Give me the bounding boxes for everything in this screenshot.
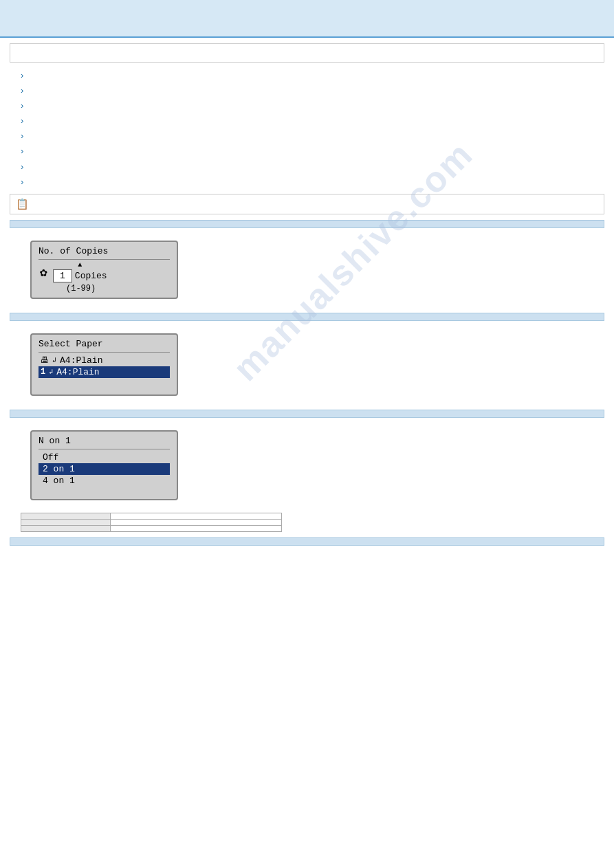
- section4-header: [10, 537, 604, 546]
- paper-num2: 1: [41, 367, 45, 377]
- table-row-3: [21, 525, 282, 531]
- section1-header: [10, 220, 604, 228]
- paper-option2[interactable]: 1 ↲ A4:Plain: [39, 366, 170, 378]
- toc-item-1[interactable]: [21, 68, 600, 83]
- table-row-1: [21, 513, 282, 519]
- toc-item-4[interactable]: [21, 113, 600, 129]
- toc-item-3[interactable]: [21, 98, 600, 113]
- paper-screen: Select Paper 🖶 ↲ A4:Plain 1 ↲ A4:Plain: [30, 333, 178, 396]
- copies-icon: ✿: [40, 265, 47, 280]
- table-cell-3-2: [111, 525, 282, 531]
- toc-item-8[interactable]: [21, 175, 600, 190]
- section1-content: No. of Copies ✿ ▲ 1 Copies (1-99): [10, 232, 604, 307]
- table-cell-1-2: [111, 513, 282, 519]
- toc-item-2[interactable]: [21, 83, 600, 98]
- non1-option-off[interactable]: Off: [39, 452, 170, 463]
- table-cell-2-2: [111, 519, 282, 525]
- paper-screen-title: Select Paper: [39, 339, 170, 349]
- paper-icon1: 🖶: [41, 355, 49, 366]
- paper-tray1-icon: ↲: [52, 356, 56, 364]
- table-cell-3-1: [21, 525, 111, 531]
- top-section-box: [10, 43, 604, 63]
- copies-screen: No. of Copies ✿ ▲ 1 Copies (1-99): [30, 241, 178, 299]
- section2-header: [10, 313, 604, 321]
- paper-option2-label: A4:Plain: [56, 367, 99, 377]
- toc-item-6[interactable]: [21, 144, 600, 159]
- paper-option1[interactable]: 🖶 ↲ A4:Plain: [39, 355, 170, 366]
- table-row-2: [21, 519, 282, 525]
- note-icon: 📋: [16, 198, 29, 210]
- toc-item-7[interactable]: [21, 159, 600, 175]
- toc-list: [21, 68, 600, 190]
- table-cell-2-1: [21, 519, 111, 525]
- copies-screen-title: No. of Copies: [39, 246, 170, 256]
- note-box: 📋: [10, 194, 604, 214]
- non1-option-4on1[interactable]: 4 on 1: [39, 475, 170, 487]
- toc-item-5[interactable]: [21, 129, 600, 144]
- copies-value[interactable]: 1: [53, 269, 72, 282]
- section3-header: [10, 410, 604, 418]
- copies-range: (1-99): [66, 284, 170, 293]
- paper-option1-label: A4:Plain: [60, 355, 102, 366]
- copies-label: Copies: [75, 271, 107, 281]
- header-bar: [0, 0, 614, 38]
- non1-screen-title: N on 1: [39, 436, 170, 446]
- non1-screen: N on 1 Off 2 on 1 4 on 1: [30, 430, 178, 500]
- arrow-up-icon[interactable]: ▲: [78, 262, 82, 269]
- non1-option-2on1[interactable]: 2 on 1: [39, 463, 170, 475]
- table-cell-1-1: [21, 513, 111, 519]
- paper-tray2-icon: ↲: [49, 368, 53, 376]
- section2-content: Select Paper 🖶 ↲ A4:Plain 1 ↲ A4:Plain: [10, 325, 604, 404]
- info-table: [21, 513, 282, 532]
- section3-content: N on 1 Off 2 on 1 4 on 1: [10, 422, 604, 509]
